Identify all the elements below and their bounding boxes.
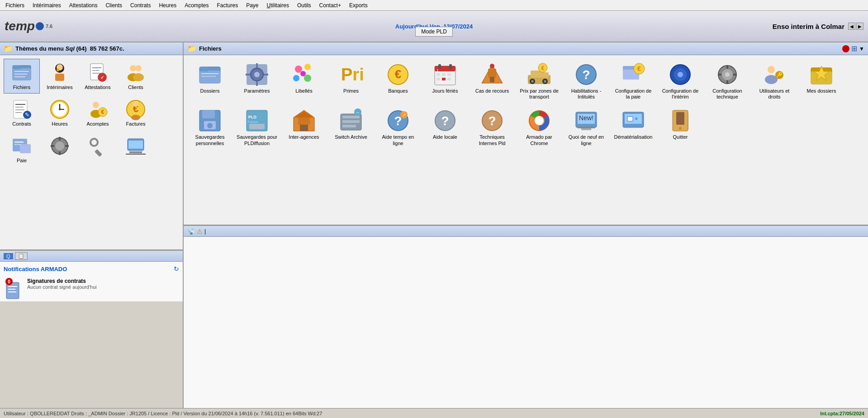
theme-util2[interactable] — [80, 132, 116, 167]
menu-acomptes[interactable]: Acomptes — [181, 1, 212, 9]
fichiers-utilisateurs-label: Utilisateurs et droits — [754, 88, 795, 100]
menu-fichiers[interactable]: Fichiers — [2, 1, 28, 9]
fichiers-quitter-icon — [668, 108, 693, 133]
left-panel: 📁 Thèmes du menu Sql (64) 85 762 567c. — [0, 42, 184, 408]
theme-clients-label: Clients — [128, 85, 143, 90]
fichiers-item-primes[interactable]: Primes P Primes — [328, 59, 374, 103]
fichiers-item-quoi-de-neuf[interactable]: New! Quoi de neuf en ligne — [564, 105, 609, 149]
fichiers-item-banques[interactable]: € Banques — [375, 59, 421, 103]
grid-view-icon[interactable]: ⊞ — [851, 44, 857, 53]
svg-rect-2 — [13, 66, 21, 69]
theme-acomptes[interactable]: € Acomptes — [80, 95, 116, 130]
fichiers-banques-label: Banques — [388, 88, 408, 94]
notifications-tab-active[interactable]: Q — [4, 253, 13, 259]
fichiers-techniques-internes-label: Techniques Internes Pld — [472, 134, 512, 146]
menu-outils[interactable]: Outils — [294, 1, 315, 9]
menu-exports[interactable]: Exports — [346, 1, 371, 9]
theme-factures[interactable]: € Factures — [118, 95, 154, 130]
theme-attestations-icon: ✓ — [87, 62, 109, 84]
fichiers-item-armado-chrome[interactable]: Armado par Chrome — [517, 105, 562, 149]
fichiers-item-sauvegardes-perso[interactable]: Sauvegardes personnelles — [187, 105, 232, 149]
themes-panel-header: 📁 Thèmes du menu Sql (64) 85 762 567c. — [0, 42, 183, 55]
fichiers-item-parametres[interactable]: Paramètres — [234, 59, 280, 103]
menu-contact-plus[interactable]: Contact+ — [316, 1, 345, 9]
fichiers-item-quitter[interactable]: Quitter — [658, 105, 703, 149]
fichiers-item-jours-feries[interactable]: 1 Jours fériés — [422, 59, 468, 103]
nav-arrow-left[interactable]: ◀ — [848, 23, 855, 30]
svg-rect-63 — [201, 76, 216, 77]
status-right-text: Int.cpta:27/05/2024 — [820, 411, 864, 416]
svg-rect-5 — [14, 76, 25, 77]
fichiers-config-technique-label: Configuration technique — [707, 88, 748, 100]
svg-point-74 — [304, 75, 311, 82]
close-panel-button[interactable] — [842, 45, 849, 52]
svg-point-51 — [90, 139, 98, 146]
fichiers-item-dossiers[interactable]: Dossiers — [187, 59, 232, 103]
svg-rect-58 — [8, 291, 16, 292]
fichiers-item-dematerialisation[interactable]: ≡ Dématérialisation — [611, 105, 656, 149]
menu-heures[interactable]: Heures — [155, 1, 180, 9]
theme-acomptes-icon: € — [87, 99, 109, 120]
svg-rect-50 — [95, 149, 102, 157]
fichiers-panel-icon: 📁 — [187, 44, 196, 53]
header-center: Mode PLD Aujourd'hui Ven. 12/07/2024 — [395, 23, 473, 30]
svg-rect-117 — [726, 80, 728, 84]
fichiers-item-sauvegardes-pld[interactable]: PLD Fusion Sauvegardes pour PLDiffusion — [234, 105, 280, 149]
svg-text:≡: ≡ — [635, 116, 638, 121]
svg-text:Fusion: Fusion — [247, 120, 258, 124]
fichiers-utilisateurs-icon: 🔑 — [762, 62, 787, 87]
notifications-tab-inactive[interactable]: 📋 — [15, 252, 28, 260]
theme-attestations[interactable]: ✓ Attestations — [80, 59, 116, 94]
fichiers-item-prix-zones[interactable]: € Prix par zones de transport — [517, 59, 562, 103]
menu-clients[interactable]: Clients — [102, 1, 126, 9]
fichiers-sauvegardes-perso-icon — [197, 108, 223, 133]
fichiers-item-utilisateurs[interactable]: 🔑 Utilisateurs et droits — [752, 59, 797, 103]
fichiers-item-config-technique[interactable]: Configuration technique — [705, 59, 750, 103]
menu-factures[interactable]: Factures — [213, 1, 242, 9]
mode-pld-button[interactable]: Mode PLD — [415, 27, 453, 37]
warning-icon[interactable]: ⚠ — [197, 228, 203, 235]
notification-item-signatures[interactable]: 0 Signatures de contrats Aucun — [4, 276, 179, 298]
refresh-icon[interactable]: ↻ — [174, 265, 179, 272]
svg-rect-53 — [129, 151, 142, 153]
fichiers-item-techniques-internes[interactable]: ? Techniques Internes Pld — [470, 105, 515, 149]
notifications-title: Notifications ARMADO — [4, 266, 67, 272]
menu-interimaires[interactable]: Intérimaires — [29, 1, 65, 9]
svg-point-154 — [535, 116, 544, 125]
fichiers-item-config-interim[interactable]: Configuration de l'intérim — [658, 59, 703, 103]
svg-rect-49 — [65, 145, 69, 147]
nav-arrow-right[interactable]: ▶ — [856, 23, 863, 30]
fichiers-header-right: ⊞ ▼ — [842, 44, 864, 53]
fichiers-item-inter-agences[interactable]: Inter-agences — [281, 105, 327, 149]
fichiers-item-habilitations[interactable]: ? Habilitations - Intitulés — [564, 59, 609, 103]
theme-heures[interactable]: Heures — [42, 95, 78, 130]
theme-clients[interactable]: Clients — [118, 59, 154, 94]
menu-paye[interactable]: Paye — [242, 1, 262, 9]
theme-interimaires[interactable]: Intérimaires — [42, 59, 78, 94]
expand-icon[interactable]: ▼ — [859, 46, 864, 52]
fichiers-switch-archive-label: Switch Archive — [335, 134, 367, 140]
svg-rect-116 — [726, 65, 728, 69]
fichiers-item-aide-locale[interactable]: ? Aide locale — [422, 105, 468, 149]
theme-util1[interactable] — [42, 132, 78, 167]
rss-icon[interactable]: 📡 — [187, 228, 195, 235]
theme-paie[interactable]: Paie — [4, 132, 40, 167]
menu-contrats[interactable]: Contrats — [127, 1, 154, 9]
fichiers-item-switch-archive[interactable]: ↔ Switch Archive — [328, 105, 374, 149]
svg-text:€: € — [541, 65, 545, 71]
theme-util3[interactable] — [118, 132, 154, 167]
theme-fichiers[interactable]: Fichiers — [4, 59, 40, 94]
fichiers-item-aide-tempo[interactable]: ? ↗ Aide tempo en ligne — [375, 105, 421, 149]
theme-fichiers-label: Fichiers — [13, 85, 31, 90]
fichiers-item-libelles[interactable]: Libellés — [281, 59, 327, 103]
app-logo: temp 7.6 — [5, 19, 52, 33]
svg-text:?: ? — [441, 114, 449, 128]
fichiers-item-cas-recours[interactable]: Cas de recours — [470, 59, 515, 103]
svg-rect-118 — [718, 74, 721, 75]
fichiers-item-mes-dossiers[interactable]: Mes dossiers — [799, 59, 844, 103]
theme-contrats[interactable]: ✎ Contrats — [4, 95, 40, 130]
menu-utilitaires[interactable]: Utilitaires — [263, 1, 293, 9]
menu-attestations[interactable]: Attestations — [66, 1, 101, 9]
fichiers-parametres-label: Paramètres — [244, 88, 270, 94]
fichiers-item-config-paie[interactable]: € Configuration de la paie — [611, 59, 656, 103]
